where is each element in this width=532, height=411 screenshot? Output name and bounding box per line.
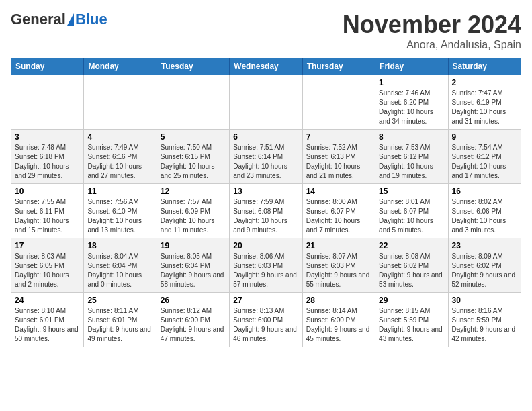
calendar-header-wednesday: Wednesday: [230, 58, 302, 75]
calendar-cell: [84, 75, 157, 130]
day-number: 13: [233, 187, 298, 196]
calendar-header-thursday: Thursday: [302, 58, 375, 75]
calendar-cell: 13Sunrise: 7:59 AM Sunset: 6:08 PM Dayli…: [230, 184, 302, 238]
day-number: 26: [161, 295, 226, 305]
calendar-header-sunday: Sunday: [11, 58, 84, 75]
day-info: Sunrise: 8:07 AM Sunset: 6:03 PM Dayligh…: [306, 252, 371, 289]
calendar-cell: 20Sunrise: 8:06 AM Sunset: 6:03 PM Dayli…: [230, 238, 302, 293]
month-title: November 2024: [343, 11, 521, 39]
calendar-cell: 30Sunrise: 8:16 AM Sunset: 5:59 PM Dayli…: [448, 293, 521, 347]
day-info: Sunrise: 7:50 AM Sunset: 6:15 PM Dayligh…: [161, 143, 226, 181]
calendar-week-row: 10Sunrise: 7:55 AM Sunset: 6:11 PM Dayli…: [11, 184, 521, 238]
day-info: Sunrise: 8:11 AM Sunset: 6:01 PM Dayligh…: [87, 306, 152, 344]
logo-general-text: General: [11, 11, 66, 28]
calendar-header-tuesday: Tuesday: [157, 58, 229, 75]
day-number: 15: [379, 187, 444, 196]
day-number: 2: [452, 78, 517, 87]
logo: General Blue: [11, 11, 107, 28]
calendar-week-row: 3Sunrise: 7:48 AM Sunset: 6:18 PM Daylig…: [11, 130, 521, 184]
calendar-table: SundayMondayTuesdayWednesdayThursdayFrid…: [11, 58, 521, 347]
calendar-cell: 24Sunrise: 8:10 AM Sunset: 6:01 PM Dayli…: [11, 293, 84, 347]
day-info: Sunrise: 7:59 AM Sunset: 6:08 PM Dayligh…: [233, 197, 298, 235]
calendar-cell: 14Sunrise: 8:00 AM Sunset: 6:07 PM Dayli…: [302, 184, 375, 238]
calendar-cell: 12Sunrise: 7:57 AM Sunset: 6:09 PM Dayli…: [157, 184, 229, 238]
calendar-cell: 8Sunrise: 7:53 AM Sunset: 6:12 PM Daylig…: [375, 130, 448, 184]
day-info: Sunrise: 7:57 AM Sunset: 6:09 PM Dayligh…: [161, 197, 226, 235]
day-info: Sunrise: 8:02 AM Sunset: 6:06 PM Dayligh…: [452, 197, 517, 235]
day-info: Sunrise: 8:01 AM Sunset: 6:07 PM Dayligh…: [379, 197, 444, 235]
day-number: 28: [306, 295, 371, 305]
logo-blue-text: Blue: [75, 11, 107, 28]
day-info: Sunrise: 8:14 AM Sunset: 6:00 PM Dayligh…: [306, 306, 371, 344]
day-number: 18: [87, 241, 152, 250]
location-title: Anora, Andalusia, Spain: [343, 39, 521, 51]
calendar-week-row: 17Sunrise: 8:03 AM Sunset: 6:05 PM Dayli…: [11, 238, 521, 293]
day-info: Sunrise: 8:00 AM Sunset: 6:07 PM Dayligh…: [306, 197, 371, 235]
day-info: Sunrise: 7:47 AM Sunset: 6:19 PM Dayligh…: [452, 89, 517, 126]
day-number: 3: [15, 132, 80, 142]
day-number: 27: [233, 295, 298, 305]
day-number: 6: [233, 132, 298, 142]
calendar-header-row: SundayMondayTuesdayWednesdayThursdayFrid…: [11, 58, 521, 75]
day-number: 12: [161, 187, 226, 196]
calendar-cell: [302, 75, 375, 130]
day-number: 25: [87, 295, 152, 305]
day-number: 10: [15, 187, 80, 196]
calendar-cell: 15Sunrise: 8:01 AM Sunset: 6:07 PM Dayli…: [375, 184, 448, 238]
calendar-cell: 28Sunrise: 8:14 AM Sunset: 6:00 PM Dayli…: [302, 293, 375, 347]
calendar-week-row: 24Sunrise: 8:10 AM Sunset: 6:01 PM Dayli…: [11, 293, 521, 347]
calendar-cell: 5Sunrise: 7:50 AM Sunset: 6:15 PM Daylig…: [157, 130, 229, 184]
title-area: November 2024 Anora, Andalusia, Spain: [343, 11, 521, 51]
day-info: Sunrise: 8:15 AM Sunset: 5:59 PM Dayligh…: [379, 306, 444, 344]
calendar-cell: 21Sunrise: 8:07 AM Sunset: 6:03 PM Dayli…: [302, 238, 375, 293]
day-info: Sunrise: 8:12 AM Sunset: 6:00 PM Dayligh…: [161, 306, 226, 344]
calendar-cell: [157, 75, 229, 130]
calendar-cell: 1Sunrise: 7:46 AM Sunset: 6:20 PM Daylig…: [375, 75, 448, 130]
day-number: 5: [161, 132, 226, 142]
calendar-cell: 2Sunrise: 7:47 AM Sunset: 6:19 PM Daylig…: [448, 75, 521, 130]
day-number: 19: [161, 241, 226, 250]
day-number: 4: [87, 132, 152, 142]
day-number: 14: [306, 187, 371, 196]
calendar-cell: 16Sunrise: 8:02 AM Sunset: 6:06 PM Dayli…: [448, 184, 521, 238]
day-info: Sunrise: 8:04 AM Sunset: 6:04 PM Dayligh…: [87, 252, 152, 289]
day-info: Sunrise: 8:05 AM Sunset: 6:04 PM Dayligh…: [161, 252, 226, 289]
day-number: 22: [379, 241, 444, 250]
day-info: Sunrise: 8:03 AM Sunset: 6:05 PM Dayligh…: [15, 252, 80, 289]
calendar-cell: 25Sunrise: 8:11 AM Sunset: 6:01 PM Dayli…: [84, 293, 157, 347]
calendar-cell: 17Sunrise: 8:03 AM Sunset: 6:05 PM Dayli…: [11, 238, 84, 293]
calendar-cell: 23Sunrise: 8:09 AM Sunset: 6:02 PM Dayli…: [448, 238, 521, 293]
day-info: Sunrise: 8:06 AM Sunset: 6:03 PM Dayligh…: [233, 252, 298, 289]
day-info: Sunrise: 7:49 AM Sunset: 6:16 PM Dayligh…: [87, 143, 152, 181]
logo-triangle-icon: [67, 13, 74, 26]
calendar-cell: 6Sunrise: 7:51 AM Sunset: 6:14 PM Daylig…: [230, 130, 302, 184]
day-info: Sunrise: 8:13 AM Sunset: 6:00 PM Dayligh…: [233, 306, 298, 344]
day-info: Sunrise: 7:46 AM Sunset: 6:20 PM Dayligh…: [379, 89, 444, 126]
header: General Blue November 2024 Anora, Andalu…: [11, 11, 521, 51]
day-number: 9: [452, 132, 517, 142]
calendar-cell: 27Sunrise: 8:13 AM Sunset: 6:00 PM Dayli…: [230, 293, 302, 347]
calendar-cell: 9Sunrise: 7:54 AM Sunset: 6:12 PM Daylig…: [448, 130, 521, 184]
day-number: 24: [15, 295, 80, 305]
calendar-cell: 19Sunrise: 8:05 AM Sunset: 6:04 PM Dayli…: [157, 238, 229, 293]
day-number: 8: [379, 132, 444, 142]
day-info: Sunrise: 8:16 AM Sunset: 5:59 PM Dayligh…: [452, 306, 517, 344]
calendar-header-friday: Friday: [375, 58, 448, 75]
calendar-cell: 7Sunrise: 7:52 AM Sunset: 6:13 PM Daylig…: [302, 130, 375, 184]
calendar-cell: [11, 75, 84, 130]
day-info: Sunrise: 8:08 AM Sunset: 6:02 PM Dayligh…: [379, 252, 444, 289]
calendar-header-monday: Monday: [84, 58, 157, 75]
calendar-cell: 11Sunrise: 7:56 AM Sunset: 6:10 PM Dayli…: [84, 184, 157, 238]
day-number: 21: [306, 241, 371, 250]
calendar-cell: 18Sunrise: 8:04 AM Sunset: 6:04 PM Dayli…: [84, 238, 157, 293]
day-number: 30: [452, 295, 517, 305]
day-number: 7: [306, 132, 371, 142]
day-info: Sunrise: 7:55 AM Sunset: 6:11 PM Dayligh…: [15, 197, 80, 235]
calendar-cell: 3Sunrise: 7:48 AM Sunset: 6:18 PM Daylig…: [11, 130, 84, 184]
day-number: 20: [233, 241, 298, 250]
day-info: Sunrise: 7:48 AM Sunset: 6:18 PM Dayligh…: [15, 143, 80, 181]
calendar-cell: 29Sunrise: 8:15 AM Sunset: 5:59 PM Dayli…: [375, 293, 448, 347]
day-info: Sunrise: 7:56 AM Sunset: 6:10 PM Dayligh…: [87, 197, 152, 235]
calendar-header-saturday: Saturday: [448, 58, 521, 75]
day-info: Sunrise: 7:52 AM Sunset: 6:13 PM Dayligh…: [306, 143, 371, 181]
